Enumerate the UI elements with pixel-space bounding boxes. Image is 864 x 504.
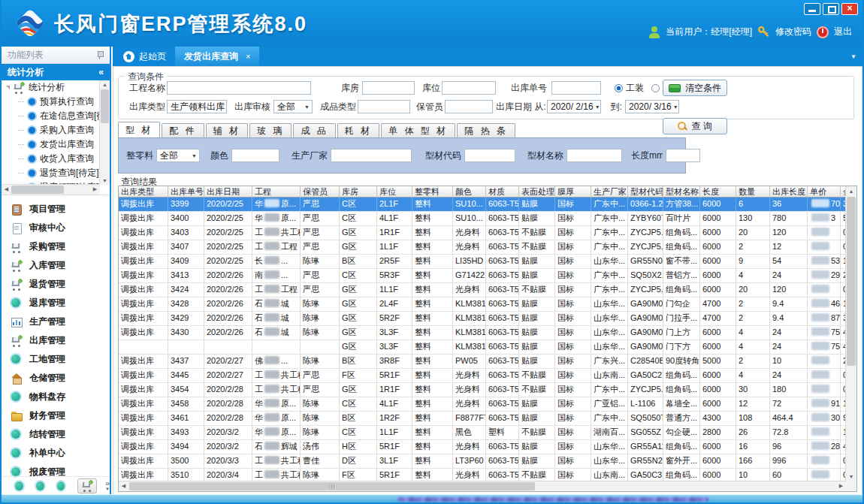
sidebar-group-header[interactable]: 统计分析 «: [2, 64, 110, 80]
table-row[interactable]: 调拨出库34452020/2/27工共工程严思F区5R1F整料光身料6063-T…: [119, 369, 846, 383]
sidebar-module-item[interactable]: 财务管理: [2, 406, 110, 425]
tree-root[interactable]: 统计分析: [2, 80, 110, 95]
table-row[interactable]: 调拨出库34132020/2/26南...严思C区5R3F整料G71422606…: [119, 269, 846, 283]
column-header[interactable]: 保管员: [301, 186, 340, 198]
table-row[interactable]: G区3L3F整料KLM38176063-T5贴膜国标山东华...GA90M09.…: [119, 340, 846, 355]
column-header[interactable]: 表面处理: [519, 186, 555, 198]
project-name-input[interactable]: [167, 81, 311, 95]
column-header[interactable]: 库位: [377, 186, 412, 198]
tab-list-dropdown-icon[interactable]: ▼: [850, 53, 856, 60]
material-tab[interactable]: 耗 材: [337, 123, 379, 137]
column-header[interactable]: 膜厚: [555, 186, 591, 198]
tree-item[interactable]: 在途信息查询[待: [2, 109, 110, 123]
clear-conditions-button[interactable]: 清空条件: [663, 80, 727, 96]
scroll-right-icon[interactable]: ▶: [90, 185, 100, 193]
table-row[interactable]: 调拨出库33992020/2/25华原...严思C区2L1F整料SU10...6…: [119, 198, 846, 212]
profile-code-input[interactable]: [464, 149, 515, 162]
maximize-button[interactable]: [823, 3, 839, 15]
sidebar-module-item[interactable]: 审核中心: [2, 219, 110, 237]
tab-close-icon[interactable]: ×: [246, 52, 250, 61]
color-input[interactable]: [231, 149, 279, 162]
table-row[interactable]: 调拨出库34282020/2/26石城陈琳G区2L4F整料KLM38176063…: [119, 297, 846, 312]
material-tab[interactable]: 成 品: [293, 123, 335, 137]
column-header[interactable]: 工程: [252, 186, 301, 198]
column-header[interactable]: 库房: [340, 186, 377, 198]
column-header[interactable]: 颜色: [453, 186, 486, 198]
column-header[interactable]: 出库日期: [204, 186, 252, 198]
tree-item[interactable]: 退货查询[待定]: [2, 166, 110, 180]
module-dot-icon[interactable]: [36, 481, 44, 490]
material-tab[interactable]: 辅 材: [206, 123, 248, 137]
material-tab[interactable]: 隔 热 条: [457, 123, 515, 137]
scroll-up-icon[interactable]: ▲: [846, 187, 856, 195]
profile-name-input[interactable]: [566, 149, 622, 162]
column-header[interactable]: 型材名称: [663, 186, 700, 198]
grid-vertical-scrollbar[interactable]: ▲ ▼: [845, 186, 856, 491]
sidebar-module-item[interactable]: 生产管理: [2, 312, 110, 331]
table-row[interactable]: 调拨出库34372020/2/27佛...陈琳B区3R8F整料PW056063-…: [119, 355, 846, 369]
column-header[interactable]: 生产厂家: [591, 186, 628, 198]
grid-horizontal-scrollbar[interactable]: ◀ ▶: [119, 481, 846, 491]
tree-item[interactable]: 收货入库查询: [2, 152, 110, 166]
sidebar-module-item[interactable]: 退货管理: [2, 275, 110, 294]
factory-input[interactable]: [331, 149, 412, 162]
scroll-down-icon[interactable]: ▼: [846, 472, 856, 481]
length-input[interactable]: [666, 149, 700, 162]
table-row[interactable]: 调拨出库34612020/2/28华原...陈琳B区1R2F整料F8877FT6…: [119, 412, 846, 426]
table-row[interactable]: 调拨出库34542020/2/28工共工程严思G区1R1F整料光身料6063-T…: [119, 383, 846, 397]
tree-horizontal-scrollbar[interactable]: ◀ ▶: [2, 184, 100, 195]
sidebar-module-item[interactable]: 采购管理: [2, 237, 110, 256]
column-header[interactable]: 出库单号: [168, 186, 204, 198]
column-header[interactable]: 长度: [700, 186, 736, 198]
table-row[interactable]: 调拨出库34032020/2/25工共工程严思G区1R1F整料光身料6063-T…: [119, 226, 846, 240]
material-tab[interactable]: 玻 璃: [249, 123, 292, 137]
sidebar-module-item[interactable]: 结转管理: [2, 425, 110, 444]
column-header[interactable]: 出库长度: [770, 186, 808, 198]
table-row[interactable]: 调拨出库34292020/2/26石城陈琳G区5R2F整料KLM38176063…: [119, 312, 846, 326]
column-header[interactable]: 出库类型: [119, 186, 168, 198]
outbound-type-select[interactable]: 生产领料出库▼: [167, 100, 227, 113]
minimize-button[interactable]: [804, 3, 820, 15]
sidebar-module-item[interactable]: 补单中心: [2, 444, 110, 463]
whole-part-select[interactable]: 全部▼: [156, 149, 200, 162]
warehouse-input[interactable]: [362, 81, 415, 95]
change-password-link[interactable]: 修改密码: [775, 26, 811, 38]
sidebar-module-item[interactable]: 工地管理: [2, 350, 110, 369]
scroll-right-icon[interactable]: ▶: [836, 481, 846, 490]
scroll-up-icon[interactable]: ▲: [100, 80, 110, 89]
keeper-input[interactable]: [445, 100, 493, 113]
sidebar-module-item[interactable]: 仓储管理: [2, 369, 110, 388]
tree-item[interactable]: 预算执行查询: [2, 95, 110, 109]
date-from-picker[interactable]: 2020/ 2/16▼: [547, 100, 601, 113]
column-header[interactable]: 单价: [808, 186, 841, 198]
tree-item[interactable]: 发货出库查询: [2, 137, 110, 152]
table-row[interactable]: 调拨出库34092020/2/25长...陈琳B区2R5F整料LI35HD606…: [119, 255, 846, 269]
column-header[interactable]: 型材代码: [628, 186, 663, 198]
tab-shipping-outbound-query[interactable]: 发货出库查询 ×: [175, 47, 259, 66]
material-tab[interactable]: 型 材: [118, 122, 160, 137]
column-header[interactable]: 材质: [486, 186, 519, 198]
tree-item[interactable]: 采购入库查询: [2, 123, 110, 137]
module-dot-icon[interactable]: [57, 481, 65, 490]
column-header[interactable]: 整零料: [412, 186, 453, 198]
order-no-input[interactable]: [551, 81, 601, 95]
sidebar-module-item[interactable]: 项目管理: [2, 200, 110, 219]
tree-expander-icon[interactable]: [6, 86, 10, 89]
pin-icon[interactable]: [96, 50, 104, 59]
sidebar-module-item[interactable]: 物料盘存: [2, 388, 110, 406]
sidebar-module-item[interactable]: 退库管理: [2, 294, 110, 312]
more-modules-button[interactable]: »▼: [105, 480, 110, 492]
table-row[interactable]: 调拨出库35002020/3/3工共工程曹佳D区3L1F整料LT3P606063…: [119, 454, 846, 469]
sidebar-module-item[interactable]: 入库管理: [2, 256, 110, 275]
table-row[interactable]: 调拨出库34302020/2/26石城陈琳G区3L3F整料KLM38176063…: [119, 326, 846, 340]
table-row[interactable]: 调拨出库34942020/3/2石辉城汤伟H区5R1F整料光身料6063-T5贴…: [119, 440, 846, 454]
scroll-left-icon[interactable]: ◀: [119, 481, 128, 490]
table-row[interactable]: 调拨出库34242020/2/26工工程严思G区1L1F整料光身料6063-T5…: [119, 283, 846, 297]
scroll-down-icon[interactable]: ▼: [100, 177, 110, 185]
tree-vertical-scrollbar[interactable]: ▲ ▼: [99, 80, 110, 185]
product-type-input[interactable]: [358, 100, 410, 113]
scroll-left-icon[interactable]: ◀: [2, 185, 11, 193]
date-to-picker[interactable]: 2020/ 3/16▼: [625, 100, 679, 113]
table-row[interactable]: 调拨出库34072020/2/25工工程严思G区1L1F整料光身料6063-T5…: [119, 240, 846, 255]
table-row[interactable]: 调拨出库34582020/2/28华原...陈琳C区4L1F整料光身料6063-…: [119, 397, 846, 412]
